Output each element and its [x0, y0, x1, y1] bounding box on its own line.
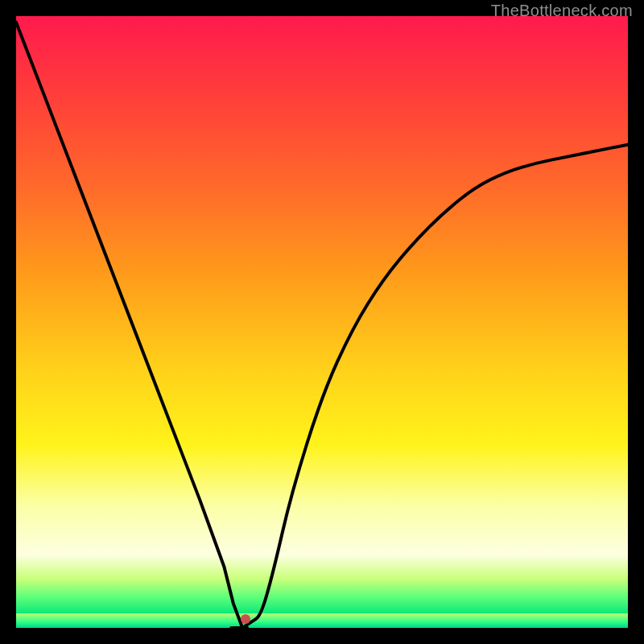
bottleneck-curve: [16, 16, 628, 628]
plot-area: [16, 16, 628, 628]
optimal-point-marker: [241, 614, 250, 624]
chart-stage: TheBottleneck.com: [0, 0, 644, 644]
